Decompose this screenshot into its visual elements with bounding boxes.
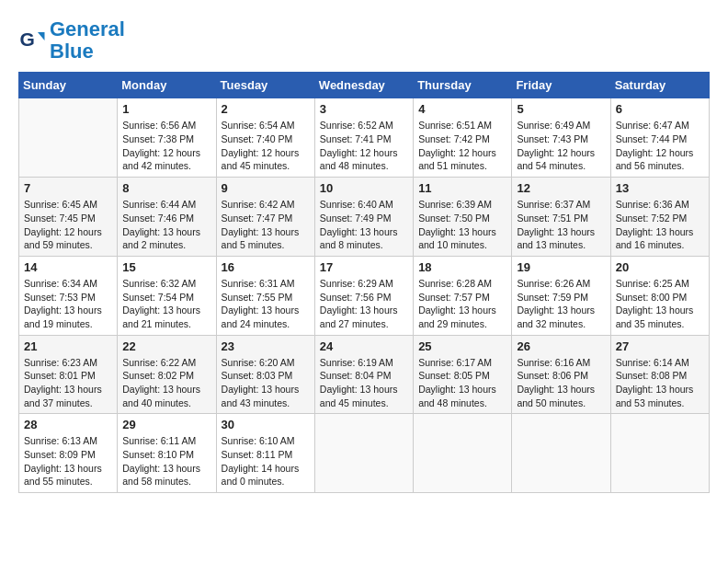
day-number: 12 [517,181,605,195]
calendar-cell: 10Sunrise: 6:40 AMSunset: 7:49 PMDayligh… [314,178,413,257]
calendar-cell: 15Sunrise: 6:32 AMSunset: 7:54 PMDayligh… [118,256,216,335]
day-number: 7 [24,181,112,195]
day-info: Sunrise: 6:11 AMSunset: 8:10 PMDaylight:… [122,434,210,488]
day-info: Sunrise: 6:44 AMSunset: 7:46 PMDaylight:… [122,198,210,252]
calendar-week-3: 14Sunrise: 6:34 AMSunset: 7:53 PMDayligh… [19,256,710,335]
day-info: Sunrise: 6:54 AMSunset: 7:40 PMDaylight:… [222,119,310,173]
day-number: 29 [122,418,210,431]
day-info: Sunrise: 6:51 AMSunset: 7:42 PMDaylight:… [418,119,506,173]
day-info: Sunrise: 6:47 AMSunset: 7:44 PMDaylight:… [616,119,704,173]
day-info: Sunrise: 6:31 AMSunset: 7:55 PMDaylight:… [222,277,310,331]
calendar-cell [314,414,413,493]
day-number: 10 [320,181,408,195]
calendar-cell: 22Sunrise: 6:22 AMSunset: 8:02 PMDayligh… [118,335,216,414]
day-number: 25 [418,339,506,353]
day-number: 9 [222,181,310,195]
calendar-cell: 11Sunrise: 6:39 AMSunset: 7:50 PMDayligh… [414,178,512,257]
calendar-header: SundayMondayTuesdayWednesdayThursdayFrid… [19,73,710,98]
day-info: Sunrise: 6:26 AMSunset: 7:59 PMDaylight:… [517,277,605,331]
day-info: Sunrise: 6:37 AMSunset: 7:51 PMDaylight:… [517,198,605,252]
weekday-header-thursday: Thursday [414,73,512,98]
weekday-header-friday: Friday [512,73,610,98]
weekday-header-monday: Monday [118,73,216,98]
day-number: 27 [616,339,704,353]
day-number: 17 [320,260,408,274]
calendar-cell: 9Sunrise: 6:42 AMSunset: 7:47 PMDaylight… [216,178,314,257]
calendar-body: 1Sunrise: 6:56 AMSunset: 7:38 PMDaylight… [19,98,710,493]
calendar-week-4: 21Sunrise: 6:23 AMSunset: 8:01 PMDayligh… [19,335,710,414]
day-info: Sunrise: 6:23 AMSunset: 8:01 PMDaylight:… [24,356,112,410]
day-number: 21 [24,339,112,353]
day-number: 8 [122,181,210,195]
day-info: Sunrise: 6:14 AMSunset: 8:08 PMDaylight:… [616,356,704,410]
day-number: 23 [222,339,310,353]
calendar-week-2: 7Sunrise: 6:45 AMSunset: 7:45 PMDaylight… [19,178,710,257]
day-number: 2 [222,102,310,116]
day-number: 24 [320,339,408,353]
day-info: Sunrise: 6:56 AMSunset: 7:38 PMDaylight:… [122,119,210,173]
calendar-cell: 29Sunrise: 6:11 AMSunset: 8:10 PMDayligh… [118,414,216,493]
calendar-cell: 2Sunrise: 6:54 AMSunset: 7:40 PMDaylight… [216,98,314,178]
day-number: 4 [418,102,506,116]
calendar-cell: 20Sunrise: 6:25 AMSunset: 8:00 PMDayligh… [610,256,709,335]
weekday-header-wednesday: Wednesday [314,73,413,98]
svg-marker-1 [38,32,45,40]
svg-text:G: G [20,29,35,50]
calendar-cell [414,414,512,493]
day-number: 3 [320,102,408,116]
day-info: Sunrise: 6:13 AMSunset: 8:09 PMDaylight:… [24,434,112,488]
calendar-cell: 5Sunrise: 6:49 AMSunset: 7:43 PMDaylight… [512,98,610,178]
calendar-cell [19,98,118,178]
day-number: 26 [517,339,605,353]
calendar-table: SundayMondayTuesdayWednesdayThursdayFrid… [18,72,710,493]
calendar-cell: 26Sunrise: 6:16 AMSunset: 8:06 PMDayligh… [512,335,610,414]
weekday-header-saturday: Saturday [610,73,709,98]
logo-icon: G [18,27,46,54]
logo: G GeneralBlue [18,18,125,63]
day-number: 19 [517,260,605,274]
day-number: 16 [222,260,310,274]
weekday-header-sunday: Sunday [19,73,118,98]
calendar-cell [512,414,610,493]
calendar-cell: 30Sunrise: 6:10 AMSunset: 8:11 PMDayligh… [216,414,314,493]
calendar-cell: 3Sunrise: 6:52 AMSunset: 7:41 PMDaylight… [314,98,413,178]
calendar-week-5: 28Sunrise: 6:13 AMSunset: 8:09 PMDayligh… [19,414,710,493]
day-info: Sunrise: 6:28 AMSunset: 7:57 PMDaylight:… [418,277,506,331]
calendar-cell: 8Sunrise: 6:44 AMSunset: 7:46 PMDaylight… [118,178,216,257]
day-number: 18 [418,260,506,274]
day-info: Sunrise: 6:32 AMSunset: 7:54 PMDaylight:… [122,277,210,331]
calendar-cell: 23Sunrise: 6:20 AMSunset: 8:03 PMDayligh… [216,335,314,414]
day-info: Sunrise: 6:45 AMSunset: 7:45 PMDaylight:… [24,198,112,252]
calendar-cell: 13Sunrise: 6:36 AMSunset: 7:52 PMDayligh… [610,178,709,257]
day-number: 28 [24,418,112,431]
day-number: 6 [616,102,704,116]
day-number: 15 [122,260,210,274]
logo-text: GeneralBlue [50,18,125,63]
day-info: Sunrise: 6:16 AMSunset: 8:06 PMDaylight:… [517,356,605,410]
page-header: G GeneralBlue [18,18,710,63]
calendar-week-1: 1Sunrise: 6:56 AMSunset: 7:38 PMDaylight… [19,98,710,178]
day-info: Sunrise: 6:34 AMSunset: 7:53 PMDaylight:… [24,277,112,331]
day-info: Sunrise: 6:10 AMSunset: 8:11 PMDaylight:… [222,434,310,488]
day-info: Sunrise: 6:49 AMSunset: 7:43 PMDaylight:… [517,119,605,173]
calendar-cell: 19Sunrise: 6:26 AMSunset: 7:59 PMDayligh… [512,256,610,335]
day-info: Sunrise: 6:20 AMSunset: 8:03 PMDaylight:… [222,356,310,410]
day-info: Sunrise: 6:25 AMSunset: 8:00 PMDaylight:… [616,277,704,331]
calendar-cell: 21Sunrise: 6:23 AMSunset: 8:01 PMDayligh… [19,335,118,414]
day-info: Sunrise: 6:40 AMSunset: 7:49 PMDaylight:… [320,198,408,252]
calendar-cell: 25Sunrise: 6:17 AMSunset: 8:05 PMDayligh… [414,335,512,414]
calendar-cell: 18Sunrise: 6:28 AMSunset: 7:57 PMDayligh… [414,256,512,335]
calendar-cell: 24Sunrise: 6:19 AMSunset: 8:04 PMDayligh… [314,335,413,414]
day-number: 20 [616,260,704,274]
day-info: Sunrise: 6:22 AMSunset: 8:02 PMDaylight:… [122,356,210,410]
day-info: Sunrise: 6:29 AMSunset: 7:56 PMDaylight:… [320,277,408,331]
calendar-cell: 14Sunrise: 6:34 AMSunset: 7:53 PMDayligh… [19,256,118,335]
calendar-cell: 12Sunrise: 6:37 AMSunset: 7:51 PMDayligh… [512,178,610,257]
calendar-cell: 1Sunrise: 6:56 AMSunset: 7:38 PMDaylight… [118,98,216,178]
day-info: Sunrise: 6:19 AMSunset: 8:04 PMDaylight:… [320,356,408,410]
weekday-header-tuesday: Tuesday [216,73,314,98]
day-number: 11 [418,181,506,195]
weekday-row: SundayMondayTuesdayWednesdayThursdayFrid… [19,73,710,98]
day-info: Sunrise: 6:17 AMSunset: 8:05 PMDaylight:… [418,356,506,410]
calendar-cell: 7Sunrise: 6:45 AMSunset: 7:45 PMDaylight… [19,178,118,257]
